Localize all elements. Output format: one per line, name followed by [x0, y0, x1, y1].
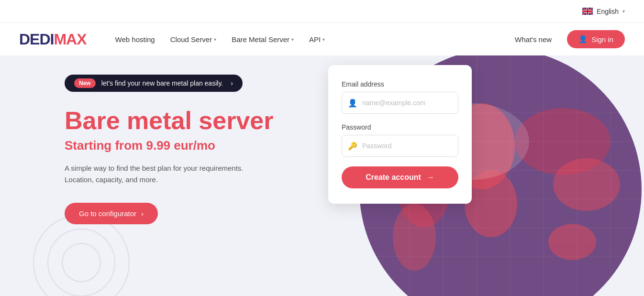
flag-icon	[582, 8, 593, 15]
hero-section: New let's find your new bare metal plan …	[0, 55, 644, 296]
svg-point-8	[553, 158, 620, 211]
top-bar: English ▾	[0, 0, 644, 23]
hero-desc-line1: A simple way to find the best plan for y…	[65, 164, 244, 172]
email-label: Email address	[342, 80, 458, 88]
create-account-button[interactable]: Create account →	[342, 166, 458, 188]
hero-desc-line2: Location, capacity, and more.	[65, 175, 158, 184]
chevron-down-icon: ▾	[291, 37, 294, 42]
announcement-banner[interactable]: New let's find your new bare metal plan …	[65, 75, 243, 92]
nav-label-cloud-server: Cloud Server	[170, 35, 212, 44]
arrow-right-icon: →	[427, 173, 434, 182]
lock-icon: 🔑	[348, 142, 357, 151]
nav-item-cloud-server[interactable]: Cloud Server ▾	[170, 35, 217, 44]
navbar: DEDIMAX Web hosting Cloud Server ▾ Bare …	[0, 23, 644, 55]
nav-label-web-hosting: Web hosting	[115, 35, 155, 44]
sign-in-label: Sign in	[591, 35, 613, 44]
user-icon: 👤	[578, 35, 588, 44]
new-badge: New	[74, 78, 96, 88]
language-label: English	[597, 8, 619, 15]
nav-item-web-hosting[interactable]: Web hosting	[115, 35, 155, 44]
chevron-down-icon: ▾	[322, 37, 325, 42]
password-label: Password	[342, 123, 458, 131]
svg-point-24	[33, 215, 129, 296]
hero-subtitle: Starting from 9.99 eur/mo	[65, 138, 274, 153]
arrow-right-icon: ›	[141, 209, 144, 218]
logo-dedi: DEDI	[19, 31, 54, 48]
email-input[interactable]	[362, 99, 452, 107]
svg-point-26	[62, 243, 100, 282]
email-input-wrap: 👤	[342, 92, 458, 114]
chevron-down-icon: ▾	[214, 37, 216, 42]
user-icon: 👤	[348, 99, 357, 108]
svg-point-6	[393, 204, 436, 271]
svg-point-4	[465, 170, 517, 237]
language-selector[interactable]: English ▾	[582, 8, 625, 15]
create-account-label: Create account	[366, 173, 421, 182]
logo-max: MAX	[54, 31, 86, 48]
password-input[interactable]	[362, 142, 452, 150]
password-input-wrap: 🔑	[342, 135, 458, 157]
nav-label-api: API	[309, 35, 321, 44]
hero-description: A simple way to find the best plan for y…	[65, 163, 274, 186]
nav-item-api[interactable]: API ▾	[309, 35, 325, 44]
signup-form-card: Email address 👤 Password 🔑 Create accoun…	[328, 65, 472, 204]
chevron-down-icon: ▾	[622, 9, 625, 14]
nav-links: Web hosting Cloud Server ▾ Bare Metal Se…	[115, 30, 625, 48]
configurator-button[interactable]: Go to configurator ›	[65, 203, 158, 224]
configurator-label: Go to configurator	[79, 209, 136, 218]
svg-point-25	[48, 229, 115, 296]
whats-new-link[interactable]: What's new	[515, 35, 552, 44]
arrow-icon: ›	[231, 79, 233, 87]
nav-item-bare-metal[interactable]: Bare Metal Server ▾	[232, 35, 294, 44]
badge-text: let's find your new bare metal plan easi…	[101, 79, 223, 87]
sign-in-button[interactable]: 👤 Sign in	[567, 30, 625, 48]
hero-content: New let's find your new bare metal plan …	[65, 75, 274, 224]
hero-title: Bare metal server	[65, 107, 274, 134]
nav-label-bare-metal: Bare Metal Server	[232, 35, 289, 44]
logo[interactable]: DEDIMAX	[19, 31, 87, 48]
svg-point-9	[548, 224, 596, 260]
